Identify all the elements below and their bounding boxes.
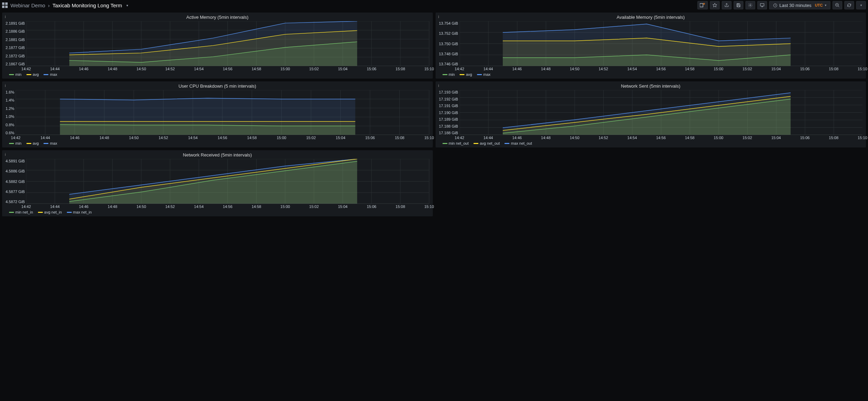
x-tick: 14:48 <box>108 204 117 209</box>
legend-swatch <box>44 143 48 144</box>
top-toolbar: Webinar Demo › Taxicab Monitoring Long T… <box>0 0 868 10</box>
x-axis: 14:4214:4414:4614:4814:5014:5214:5414:56… <box>460 135 862 140</box>
legend-item[interactable]: avg <box>26 72 39 77</box>
time-range-label: Last 30 minutes <box>780 3 812 8</box>
x-tick: 14:56 <box>223 204 233 209</box>
legend-item[interactable]: avg net_in <box>38 210 62 214</box>
svg-rect-0 <box>700 3 703 7</box>
zoom-out-button[interactable] <box>832 1 842 9</box>
x-tick: 15:00 <box>280 67 290 71</box>
star-button[interactable] <box>710 1 720 9</box>
panel-active-memory[interactable]: i Active Memory (5min intervals) 2.1891 … <box>2 13 433 79</box>
legend-item[interactable]: min net_out <box>443 141 469 145</box>
x-tick: 14:56 <box>218 136 227 140</box>
add-panel-button[interactable] <box>697 1 708 9</box>
x-tick: 14:44 <box>40 136 50 140</box>
chevron-down-icon: ▾ <box>860 3 862 7</box>
y-tick: 17.189 GiB <box>439 117 458 121</box>
legend-item[interactable]: avg <box>460 72 472 77</box>
breadcrumb: Webinar Demo › Taxicab Monitoring Long T… <box>2 2 128 8</box>
x-tick: 15:04 <box>338 204 348 209</box>
info-icon[interactable]: i <box>438 83 439 88</box>
plot-area: 17.193 GiB17.192 GiB17.191 GiB17.190 GiB… <box>439 90 863 140</box>
x-tick: 14:52 <box>158 136 168 140</box>
chart-svg[interactable] <box>16 90 429 135</box>
legend-item[interactable]: min net_in <box>9 210 33 214</box>
panel-title: Network Received (5min intervals) <box>2 150 433 158</box>
x-tick: 14:58 <box>685 136 695 140</box>
legend-swatch <box>9 143 14 144</box>
legend-swatch <box>26 143 31 144</box>
refresh-button[interactable] <box>844 1 854 9</box>
chart-svg[interactable] <box>26 21 429 66</box>
breadcrumb-separator: › <box>48 2 50 8</box>
info-icon[interactable]: i <box>5 152 6 157</box>
legend-swatch <box>460 74 464 75</box>
chart-svg[interactable] <box>26 159 429 204</box>
info-icon[interactable]: i <box>438 15 439 19</box>
panel-available-memory[interactable]: i Available Memory (5min intervals) 13.7… <box>436 13 866 79</box>
x-tick: 15:00 <box>280 204 290 209</box>
y-axis: 4.5891 GiB4.5886 GiB4.5882 GiB4.5877 GiB… <box>6 159 26 209</box>
x-tick: 14:52 <box>599 67 608 71</box>
legend: min net_inavg net_inmax net_in <box>2 209 433 216</box>
x-tick: 14:46 <box>79 204 89 209</box>
legend-swatch <box>38 212 43 213</box>
y-tick: 1.0% <box>6 114 14 119</box>
settings-button[interactable] <box>745 1 755 9</box>
time-picker-button[interactable]: Last 30 minutes UTC ▾ <box>769 1 830 9</box>
x-tick: 14:42 <box>21 204 31 209</box>
legend: minavgmax <box>2 71 433 79</box>
panel-network-sent[interactable]: i Network Sent (5min intervals) 17.193 G… <box>436 81 866 147</box>
y-tick: 4.5891 GiB <box>6 159 25 163</box>
x-tick: 14:50 <box>136 67 146 71</box>
legend-item[interactable]: min <box>9 72 22 77</box>
x-tick: 15:02 <box>743 67 752 71</box>
legend-swatch <box>443 143 447 144</box>
breadcrumb-current[interactable]: Taxicab Monitoring Long Term <box>53 2 122 8</box>
svg-point-6 <box>750 5 751 6</box>
x-tick: 15:06 <box>800 136 810 140</box>
x-tick: 14:52 <box>599 136 608 140</box>
legend-label: avg net_out <box>480 141 500 145</box>
share-button[interactable] <box>722 1 732 9</box>
x-tick: 15:04 <box>771 67 781 71</box>
legend-item[interactable]: avg <box>26 141 39 145</box>
y-tick: 17.188 GiB <box>439 124 458 128</box>
refresh-interval-button[interactable]: ▾ <box>856 1 866 9</box>
legend-item[interactable]: max <box>44 72 57 77</box>
x-tick: 14:58 <box>252 67 261 71</box>
x-tick: 15:08 <box>829 67 839 71</box>
y-axis: 17.193 GiB17.192 GiB17.191 GiB17.190 GiB… <box>439 90 460 140</box>
save-button[interactable] <box>734 1 743 9</box>
x-tick: 14:50 <box>136 204 146 209</box>
svg-rect-5 <box>737 6 740 7</box>
dashboard-grid-icon[interactable] <box>2 2 8 8</box>
legend-item[interactable]: max net_in <box>67 210 92 214</box>
svg-rect-4 <box>737 3 739 5</box>
legend-item[interactable]: max <box>44 141 57 145</box>
panel-user-cpu[interactable]: i User CPU Breakdown (5 min intervals) 1… <box>2 81 433 147</box>
legend-item[interactable]: max <box>477 72 491 77</box>
legend-item[interactable]: min <box>443 72 455 77</box>
legend-item[interactable]: min <box>9 141 22 145</box>
legend-label: avg <box>466 72 472 77</box>
x-axis: 14:4214:4414:4614:4814:5014:5214:5414:56… <box>460 66 862 71</box>
chart-svg[interactable] <box>460 21 862 66</box>
chart-svg[interactable] <box>460 90 862 135</box>
x-tick: 14:56 <box>656 67 666 71</box>
chevron-down-icon[interactable]: ▾ <box>126 3 128 7</box>
x-tick: 14:58 <box>685 67 695 71</box>
legend-item[interactable]: avg net_out <box>474 141 500 145</box>
y-tick: 2.1867 GiB <box>6 62 25 66</box>
x-tick: 14:56 <box>656 136 666 140</box>
monitor-button[interactable] <box>757 1 767 9</box>
legend: minavgmax <box>2 140 433 147</box>
x-tick: 15:10 <box>424 136 434 140</box>
info-icon[interactable]: i <box>5 83 6 88</box>
legend-item[interactable]: max net_out <box>505 141 532 145</box>
info-icon[interactable]: i <box>5 15 6 19</box>
panel-network-received[interactable]: i Network Received (5min intervals) 4.58… <box>2 150 433 216</box>
breadcrumb-parent[interactable]: Webinar Demo <box>10 2 45 8</box>
x-tick: 15:06 <box>800 67 810 71</box>
